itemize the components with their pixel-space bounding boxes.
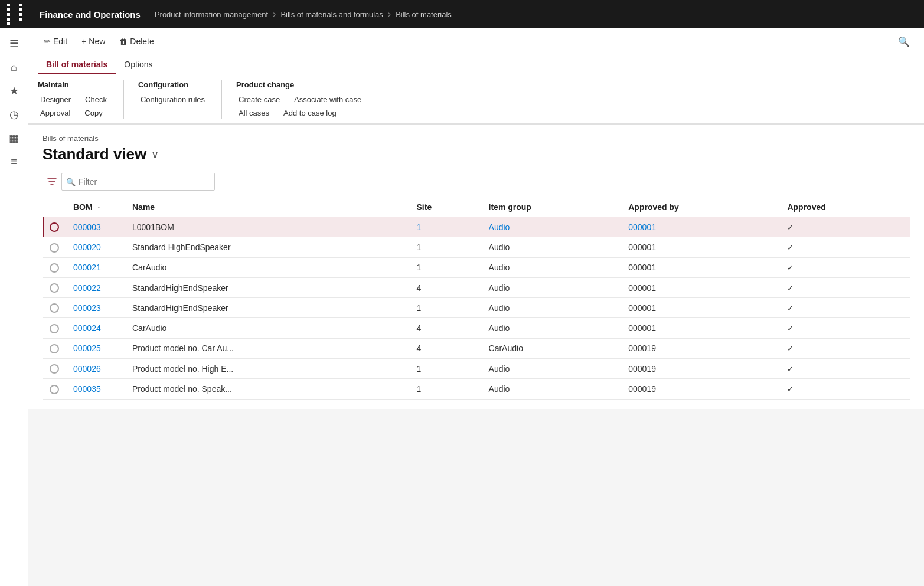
row-select-cell[interactable] bbox=[43, 277, 66, 297]
row-select-cell[interactable] bbox=[43, 237, 66, 257]
tab-options[interactable]: Options bbox=[116, 56, 161, 74]
breadcrumb-item-2[interactable]: Bills of materials and formulas bbox=[280, 10, 383, 19]
breadcrumb-item-3[interactable]: Bills of materials bbox=[396, 10, 452, 19]
sidebar-modules[interactable]: ≡ bbox=[4, 151, 25, 172]
col-header-site[interactable]: Site bbox=[410, 198, 482, 217]
row-item-group[interactable]: Audio bbox=[482, 217, 622, 237]
table-row[interactable]: 000024CarAudio4Audio000001✓ bbox=[43, 318, 910, 338]
filter-icon[interactable] bbox=[43, 177, 61, 186]
row-select-cell[interactable] bbox=[43, 379, 66, 399]
table-row[interactable]: 000022StandardHighEndSpeaker4Audio000001… bbox=[43, 277, 910, 297]
row-approved-by[interactable]: 000001 bbox=[621, 257, 780, 277]
bom-link[interactable]: 000023 bbox=[73, 303, 101, 313]
col-header-approved[interactable]: Approved bbox=[780, 198, 910, 217]
row-item-group[interactable]: Audio bbox=[482, 318, 622, 338]
row-select-cell[interactable] bbox=[43, 338, 66, 358]
row-select-cell[interactable] bbox=[43, 318, 66, 338]
row-item-group[interactable]: Audio bbox=[482, 277, 622, 297]
sidebar-workspaces[interactable]: ▦ bbox=[4, 127, 25, 149]
table-row[interactable]: 000020Standard HighEndSpeaker1Audio00000… bbox=[43, 237, 910, 257]
row-bom[interactable]: 000035 bbox=[66, 379, 125, 399]
col-header-approved-by[interactable]: Approved by bbox=[621, 198, 780, 217]
row-item-group[interactable]: Audio bbox=[482, 298, 622, 318]
row-site[interactable]: 1 bbox=[410, 359, 482, 379]
ribbon-create-case[interactable]: Create case bbox=[236, 94, 282, 105]
row-site[interactable]: 1 bbox=[410, 257, 482, 277]
row-bom[interactable]: 000025 bbox=[66, 338, 125, 358]
row-item-group[interactable]: Audio bbox=[482, 379, 622, 399]
col-header-name[interactable]: Name bbox=[125, 198, 410, 217]
bom-link[interactable]: 000026 bbox=[73, 364, 101, 374]
edit-button[interactable]: ✏ Edit bbox=[38, 33, 73, 50]
row-item-group[interactable]: Audio bbox=[482, 257, 622, 277]
table-row[interactable]: 000023StandardHighEndSpeaker1Audio000001… bbox=[43, 298, 910, 318]
bom-link[interactable]: 000021 bbox=[73, 263, 101, 272]
ribbon-associate-with-case[interactable]: Associate with case bbox=[292, 94, 364, 105]
row-bom[interactable]: 000022 bbox=[66, 277, 125, 297]
table-row[interactable]: 000003L0001BOM1Audio000001✓ bbox=[43, 217, 910, 237]
row-approved-by[interactable]: 000019 bbox=[621, 359, 780, 379]
bom-link[interactable]: 000024 bbox=[73, 323, 101, 333]
row-item-group[interactable]: CarAudio bbox=[482, 338, 622, 358]
table-row[interactable]: 000021CarAudio1Audio000001✓ bbox=[43, 257, 910, 277]
row-bom[interactable]: 000026 bbox=[66, 359, 125, 379]
ribbon-check[interactable]: Check bbox=[83, 94, 109, 105]
sidebar-favorites[interactable]: ★ bbox=[4, 80, 25, 102]
bom-link[interactable]: 000003 bbox=[73, 222, 101, 232]
ribbon-designer[interactable]: Designer bbox=[38, 94, 73, 105]
filter-input[interactable] bbox=[61, 173, 215, 191]
ribbon-all-cases[interactable]: All cases bbox=[236, 107, 272, 119]
row-approved-by[interactable]: 000001 bbox=[621, 277, 780, 297]
row-bom[interactable]: 000020 bbox=[66, 237, 125, 257]
row-approved-by[interactable]: 000001 bbox=[621, 217, 780, 237]
row-bom[interactable]: 000003 bbox=[66, 217, 125, 237]
radio-button[interactable] bbox=[50, 263, 59, 273]
row-item-group[interactable]: Audio bbox=[482, 237, 622, 257]
row-approved-by[interactable]: 000001 bbox=[621, 318, 780, 338]
sidebar-recent[interactable]: ◷ bbox=[4, 104, 25, 125]
row-select-cell[interactable] bbox=[43, 359, 66, 379]
row-site[interactable]: 1 bbox=[410, 298, 482, 318]
row-select-cell[interactable] bbox=[43, 257, 66, 277]
row-site[interactable]: 1 bbox=[410, 217, 482, 237]
row-select-cell[interactable] bbox=[43, 298, 66, 318]
ribbon-configuration-rules[interactable]: Configuration rules bbox=[138, 94, 207, 105]
row-bom[interactable]: 000021 bbox=[66, 257, 125, 277]
row-bom[interactable]: 000024 bbox=[66, 318, 125, 338]
ribbon-approval[interactable]: Approval bbox=[38, 107, 73, 119]
row-site[interactable]: 4 bbox=[410, 277, 482, 297]
new-button[interactable]: + New bbox=[76, 33, 111, 50]
row-bom[interactable]: 000023 bbox=[66, 298, 125, 318]
row-approved-by[interactable]: 000001 bbox=[621, 237, 780, 257]
approved-by-link[interactable]: 000001 bbox=[628, 222, 656, 232]
app-grid-icon[interactable] bbox=[7, 4, 30, 25]
group-link[interactable]: Audio bbox=[489, 222, 510, 232]
sidebar-hamburger[interactable]: ☰ bbox=[4, 33, 25, 54]
row-item-group[interactable]: Audio bbox=[482, 359, 622, 379]
row-site[interactable]: 1 bbox=[410, 379, 482, 399]
search-button[interactable]: 🔍 bbox=[893, 34, 915, 50]
row-approved-by[interactable]: 000019 bbox=[621, 379, 780, 399]
row-site[interactable]: 4 bbox=[410, 338, 482, 358]
radio-button[interactable] bbox=[50, 243, 59, 253]
view-selector-chevron[interactable]: ∨ bbox=[151, 148, 159, 161]
breadcrumb-item-1[interactable]: Product information management bbox=[155, 10, 268, 19]
table-row[interactable]: 000026Product model no. High E...1Audio0… bbox=[43, 359, 910, 379]
radio-button[interactable] bbox=[50, 324, 59, 333]
col-header-bom[interactable]: BOM ↑ bbox=[66, 198, 125, 217]
ribbon-add-to-case-log[interactable]: Add to case log bbox=[281, 107, 339, 119]
col-header-item-group[interactable]: Item group bbox=[482, 198, 622, 217]
table-row[interactable]: 000025Product model no. Car Au...4CarAud… bbox=[43, 338, 910, 358]
row-site[interactable]: 4 bbox=[410, 318, 482, 338]
ribbon-copy[interactable]: Copy bbox=[82, 107, 105, 119]
radio-button[interactable] bbox=[50, 222, 59, 232]
bom-link[interactable]: 000020 bbox=[73, 243, 101, 252]
bom-link[interactable]: 000025 bbox=[73, 343, 101, 353]
radio-button[interactable] bbox=[50, 303, 59, 313]
row-site[interactable]: 1 bbox=[410, 237, 482, 257]
radio-button[interactable] bbox=[50, 283, 59, 293]
row-select-cell[interactable] bbox=[43, 217, 66, 237]
sidebar-home[interactable]: ⌂ bbox=[4, 57, 25, 78]
radio-button[interactable] bbox=[50, 385, 59, 394]
bom-link[interactable]: 000022 bbox=[73, 283, 101, 293]
